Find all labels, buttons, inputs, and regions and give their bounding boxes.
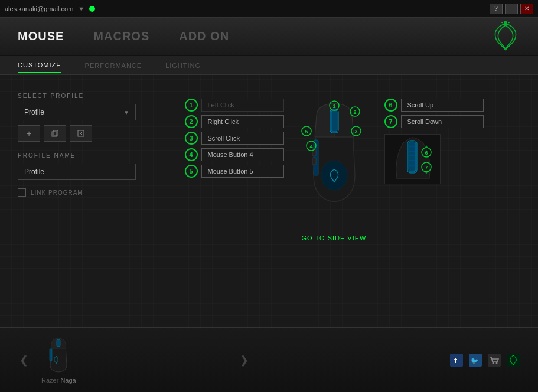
left-button-list: 1 Left Click 2 Right Click 3 Scroll Clic… bbox=[185, 99, 284, 178]
button-label-3[interactable]: Scroll Click bbox=[201, 132, 284, 145]
footer-mouse-icon bbox=[45, 336, 72, 374]
side-view-link[interactable]: SIDE VIEW bbox=[328, 234, 367, 241]
profile-dropdown-value: Profile bbox=[24, 108, 44, 116]
svg-rect-13 bbox=[312, 158, 316, 165]
scroll-visual: 6 7 bbox=[384, 134, 441, 184]
svg-text:7: 7 bbox=[425, 165, 428, 171]
facebook-icon[interactable]: f bbox=[449, 353, 464, 367]
button-row-5: 5 Mouse Button 5 bbox=[185, 165, 284, 178]
button-row-1: 1 Left Click bbox=[185, 99, 284, 112]
svg-rect-3 bbox=[52, 132, 57, 136]
next-arrow-button[interactable]: ❯ bbox=[240, 354, 249, 367]
footer-mouse-preview: Razer Naga bbox=[41, 336, 76, 384]
button-label-2[interactable]: Right Click bbox=[201, 115, 284, 128]
sub-nav: CUSTOMIZE PERFORMANCE LIGHTING bbox=[0, 56, 538, 75]
add-profile-button[interactable]: + bbox=[18, 125, 40, 142]
button-number-2: 2 bbox=[185, 115, 198, 128]
svg-line-2 bbox=[508, 22, 510, 23]
mouse-diagram: 1 2 3 4 5 bbox=[290, 99, 379, 228]
go-to-side-view-row: GO TO SIDE VIEW bbox=[302, 234, 367, 241]
select-profile-label: SELECT PROFILE bbox=[18, 93, 136, 99]
footer-social-icons: f 🐦 bbox=[449, 353, 520, 367]
button-label-1[interactable]: Left Click bbox=[201, 99, 284, 112]
footer-mouse-name: Razer Naga bbox=[41, 377, 76, 384]
link-program-checkbox[interactable] bbox=[18, 188, 26, 197]
duplicate-profile-button[interactable] bbox=[44, 125, 66, 142]
button-label-7[interactable]: Scroll Down bbox=[401, 115, 484, 128]
go-to-label: GO TO bbox=[302, 234, 328, 241]
title-bar-info: ales.kanaki@gmail.com ▼ bbox=[5, 5, 490, 12]
svg-text:4: 4 bbox=[309, 143, 312, 149]
twitter-icon[interactable]: 🐦 bbox=[468, 353, 482, 367]
main-nav: MOUSE MACROS ADD ON bbox=[18, 30, 229, 43]
chevron-down-icon: ▼ bbox=[123, 109, 129, 116]
title-bar: ales.kanaki@gmail.com ▼ ? — ✕ bbox=[0, 0, 538, 18]
right-button-panel: 6 Scroll Up 7 Scroll Down bbox=[384, 99, 484, 184]
cart-icon[interactable] bbox=[487, 353, 501, 367]
button-row-7: 7 Scroll Down bbox=[384, 115, 484, 128]
sub-tab-lighting[interactable]: LIGHTING bbox=[165, 58, 201, 73]
nav-tab-macros[interactable]: MACROS bbox=[93, 30, 149, 43]
close-button[interactable]: ✕ bbox=[520, 4, 533, 14]
razer-logo bbox=[485, 21, 526, 55]
svg-text:3: 3 bbox=[354, 129, 357, 135]
user-email: ales.kanaki@gmail.com bbox=[5, 5, 73, 12]
left-panel: SELECT PROFILE Profile ▼ + PROFILE NAME bbox=[18, 93, 136, 309]
razer-brand-icon[interactable] bbox=[506, 353, 520, 367]
button-number-1: 1 bbox=[185, 99, 198, 112]
svg-rect-9 bbox=[331, 110, 337, 132]
main-content: SELECT PROFILE Profile ▼ + PROFILE NAME bbox=[0, 75, 538, 327]
button-label-5[interactable]: Mouse Button 5 bbox=[201, 165, 284, 178]
button-number-5: 5 bbox=[185, 165, 198, 178]
svg-line-1 bbox=[501, 22, 503, 23]
svg-rect-43 bbox=[488, 354, 501, 367]
button-label-4[interactable]: Mouse Button 4 bbox=[201, 148, 284, 161]
svg-point-11 bbox=[321, 161, 347, 190]
svg-text:1: 1 bbox=[332, 103, 335, 109]
profile-name-label: PROFILE NAME bbox=[18, 152, 136, 159]
window-controls: ? — ✕ bbox=[490, 4, 533, 14]
svg-point-44 bbox=[493, 362, 494, 364]
button-row-4: 4 Mouse Button 4 bbox=[185, 148, 284, 161]
profile-dropdown[interactable]: Profile ▼ bbox=[18, 104, 136, 120]
status-indicator bbox=[89, 6, 95, 12]
svg-rect-38 bbox=[50, 349, 52, 361]
mouse-visual-area: 1 2 3 4 5 GO TO SIDE VI bbox=[290, 99, 379, 241]
button-row-3: 3 Scroll Click bbox=[185, 132, 284, 145]
button-row-6: 6 Scroll Up bbox=[384, 99, 484, 112]
svg-point-45 bbox=[496, 362, 498, 364]
delete-profile-button[interactable] bbox=[70, 125, 92, 142]
button-number-7: 7 bbox=[384, 115, 397, 128]
footer: ❮ Razer Naga ❯ f bbox=[0, 327, 538, 392]
minimize-button[interactable]: — bbox=[505, 4, 518, 14]
svg-text:🐦: 🐦 bbox=[471, 357, 479, 365]
svg-text:f: f bbox=[454, 356, 457, 365]
profile-name-input[interactable]: Profile bbox=[18, 164, 136, 180]
svg-text:2: 2 bbox=[353, 109, 356, 115]
nav-tab-addon[interactable]: ADD ON bbox=[179, 30, 229, 43]
sub-tab-performance[interactable]: PERFORMANCE bbox=[85, 58, 142, 73]
button-number-6: 6 bbox=[384, 99, 397, 112]
help-button[interactable]: ? bbox=[490, 4, 503, 14]
sub-tab-customize[interactable]: CUSTOMIZE bbox=[18, 58, 61, 73]
nav-tab-mouse[interactable]: MOUSE bbox=[18, 30, 64, 43]
link-program-label: LINK PROGRAM bbox=[31, 190, 83, 196]
button-number-4: 4 bbox=[185, 148, 198, 161]
button-number-3: 3 bbox=[185, 132, 198, 145]
svg-text:6: 6 bbox=[425, 150, 428, 156]
center-panel: 1 Left Click 2 Right Click 3 Scroll Clic… bbox=[148, 93, 520, 309]
header: MOUSE MACROS ADD ON bbox=[0, 18, 538, 56]
prev-arrow-button[interactable]: ❮ bbox=[12, 354, 35, 367]
svg-point-0 bbox=[504, 22, 507, 25]
link-program-row: LINK PROGRAM bbox=[18, 188, 136, 197]
svg-rect-37 bbox=[57, 339, 60, 347]
svg-rect-4 bbox=[53, 130, 58, 135]
svg-text:5: 5 bbox=[305, 129, 308, 135]
button-row-2: 2 Right Click bbox=[185, 115, 284, 128]
profile-action-buttons: + bbox=[18, 125, 136, 142]
button-label-6[interactable]: Scroll Up bbox=[401, 99, 484, 112]
